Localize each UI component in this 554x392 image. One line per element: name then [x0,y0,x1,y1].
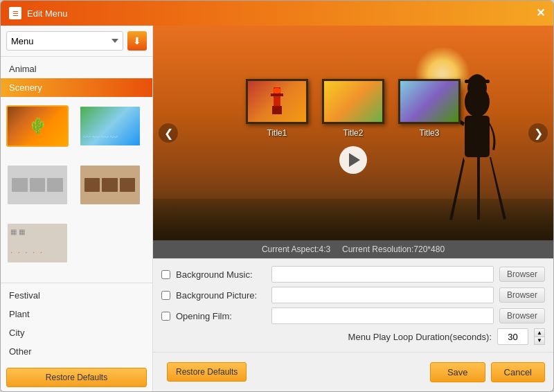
menu-items-list: Animal Scenery [1,57,152,100]
aspect-label: Current Aspect:4:3 [262,244,330,254]
sidebar-item-city[interactable]: City [1,323,152,342]
card-image-3 [400,81,458,122]
sidebar-top: Menu Scene Custom ⬇ [1,26,152,57]
main-content: Menu Scene Custom ⬇ Animal Scenery 🌵 [1,26,553,391]
card-frame-1 [246,79,308,124]
sidebar-item-other[interactable]: Other [1,342,152,361]
sidebar-item-festival[interactable]: Festival [1,286,152,305]
background-music-label: Background Music: [176,269,266,280]
movie-card-1: Title1 [246,79,308,138]
card-image-1 [248,81,306,122]
settings-panel: Background Music: Browser Background Pic… [153,258,553,352]
resolution-label: Current Resolution:720*480 [342,244,445,254]
preview-content: Title1 Title2 Title3 [246,79,461,174]
opening-film-checkbox[interactable] [161,312,170,321]
footer-buttons: Save Cancel [430,362,545,382]
svg-rect-7 [271,93,283,96]
background-music-row: Background Music: Browser [161,266,545,283]
background-picture-browser-button[interactable]: Browser [499,287,545,303]
background-picture-checkbox[interactable] [161,291,170,300]
svg-rect-6 [272,106,282,114]
restore-defaults-button[interactable]: Restore Defaults [167,362,247,382]
opening-film-browser-button[interactable]: Browser [499,308,545,323]
prev-arrow[interactable]: ❮ [159,123,178,143]
opening-film-input[interactable] [271,308,494,324]
more-items-list: Festival Plant City Other [1,283,152,364]
loop-duration-input[interactable] [497,328,528,345]
background-picture-row: Background Picture: Browser [161,287,545,303]
movie-card-3: Title3 [398,79,461,138]
background-music-input[interactable] [271,266,494,283]
thumbnail-lake[interactable]: 〰〰〰〰 [79,105,141,147]
menu-icon [9,7,21,19]
dialog-footer: Restore Defaults Save Cancel [153,352,553,391]
sidebar-item-scenery[interactable]: Scenery [1,78,152,97]
card-title-3: Title3 [420,128,440,138]
card-frame-2 [322,79,384,124]
restore-defaults-button-sidebar[interactable]: Restore Defaults [6,368,147,387]
card-image-2 [324,81,382,122]
card-title-1: Title1 [267,128,287,138]
movie-cards: Title1 Title2 Title3 [246,79,461,138]
save-button[interactable]: Save [430,362,485,382]
movie-card-2: Title2 [322,79,384,138]
cancel-button[interactable]: Cancel [491,362,545,382]
svg-rect-1 [465,116,490,157]
close-button[interactable]: ✕ [536,8,545,19]
sidebar-item-animal[interactable]: Animal [1,60,152,78]
download-button[interactable]: ⬇ [127,31,147,51]
background-music-checkbox[interactable] [161,270,170,279]
title-bar: Edit Menu ✕ [1,1,553,26]
loop-spinner: ▲ ▼ [534,328,545,345]
svg-point-8 [273,88,281,93]
background-music-browser-button[interactable]: Browser [499,267,545,282]
card-title-2: Title2 [343,128,364,138]
thumbnail-desert[interactable]: 🌵 [6,105,69,147]
menu-dropdown[interactable]: Menu Scene Custom [6,31,123,51]
preview-area: ❮ ❯ Title1 [153,26,553,240]
sidebar: Menu Scene Custom ⬇ Animal Scenery 🌵 [1,26,153,391]
opening-film-row: Opening Film: Browser [161,308,545,324]
play-button[interactable] [339,146,367,174]
play-triangle-icon [349,153,360,167]
sidebar-item-plant[interactable]: Plant [1,305,152,323]
thumbnail-frames-brown[interactable] [79,164,141,206]
background-picture-label: Background Picture: [176,290,266,301]
edit-menu-dialog: Edit Menu ✕ Menu Scene Custom ⬇ Animal S… [0,0,554,392]
thumbnail-dotted[interactable]: · · · · · ▦ ▦ [6,222,69,264]
status-bar: Current Aspect:4:3 Current Resolution:72… [153,240,553,258]
svg-rect-4 [465,80,490,83]
spin-up-button[interactable]: ▲ [534,328,545,337]
next-arrow[interactable]: ❯ [528,123,548,143]
opening-film-label: Opening Film: [176,311,266,321]
title-bar-left: Edit Menu [9,7,68,19]
thumbnail-grid: 🌵 〰〰〰〰 [1,100,152,283]
right-panel: ❮ ❯ Title1 [153,26,553,391]
thumbnail-frames-gray[interactable] [6,164,69,206]
loop-duration-label: Menu Play Loop Duration(seconds): [348,332,492,342]
card-frame-3 [398,79,461,124]
background-picture-input[interactable] [271,287,494,303]
loop-duration-row: Menu Play Loop Duration(seconds): ▲ ▼ [161,328,545,345]
dialog-title: Edit Menu [27,8,68,19]
spin-down-button[interactable]: ▼ [534,337,545,345]
